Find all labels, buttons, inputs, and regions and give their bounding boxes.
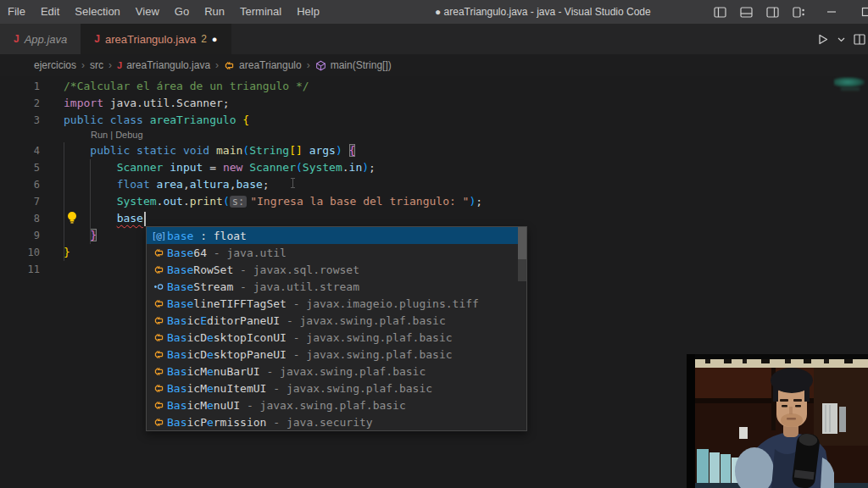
suggest-label: BaselineTIFFTagSet bbox=[167, 297, 287, 310]
code-line-8[interactable]: 8 base bbox=[0, 210, 868, 227]
code-line-2[interactable]: 2import java.util.Scanner; bbox=[0, 95, 868, 112]
layout-panel-icon[interactable] bbox=[739, 5, 753, 19]
line-number[interactable]: 7 bbox=[0, 193, 40, 210]
line-content[interactable]: public class areaTriangulo { bbox=[64, 112, 249, 129]
suggest-item[interactable]: BasicPermission - java.security bbox=[147, 413, 526, 430]
suggest-item[interactable]: [@]base : float bbox=[147, 227, 526, 244]
line-number[interactable]: 2 bbox=[0, 95, 40, 112]
code-token: . bbox=[183, 195, 190, 208]
code-token: ( bbox=[296, 161, 303, 174]
line-number[interactable]: 6 bbox=[0, 176, 40, 193]
suggest-widget: [@]base : floatBase64 - java.utilBaseRow… bbox=[146, 226, 527, 431]
class-symbol-icon bbox=[150, 417, 167, 428]
title-bar: FileEditSelectionViewGoRunTerminalHelp ●… bbox=[0, 0, 868, 24]
menu-terminal[interactable]: Terminal bbox=[232, 0, 289, 24]
problems-badge: 2 bbox=[201, 33, 207, 45]
breadcrumb-item-src[interactable]: src bbox=[90, 59, 103, 71]
class-symbol-icon bbox=[150, 383, 167, 394]
tab-areatriangulo-java[interactable]: J areaTriangulo.java 2 ● bbox=[81, 24, 231, 54]
code-token: } bbox=[64, 246, 70, 258]
line-content[interactable]: import java.util.Scanner; bbox=[64, 95, 230, 112]
layout-sidebar-right-icon[interactable] bbox=[765, 5, 779, 19]
line-number[interactable]: 3 bbox=[0, 112, 40, 129]
suggest-label: BasicEditorPaneUI bbox=[167, 314, 280, 327]
line-content[interactable]: } bbox=[64, 244, 70, 261]
code-token bbox=[242, 161, 249, 174]
line-content[interactable]: /*Calcular el área de un triangulo */ bbox=[64, 78, 309, 95]
line-content[interactable]: public static void main(String[] args) { bbox=[64, 142, 355, 159]
line-number[interactable]: 8 bbox=[0, 210, 40, 227]
line-number[interactable]: 10 bbox=[0, 244, 40, 261]
code-line-1[interactable]: 1/*Calcular el área de un triangulo */ bbox=[0, 78, 868, 95]
code-token bbox=[303, 144, 309, 157]
run-button[interactable] bbox=[815, 32, 829, 46]
restore-icon[interactable] bbox=[860, 5, 868, 19]
customize-layout-icon[interactable] bbox=[792, 5, 805, 19]
minimap[interactable] bbox=[834, 77, 865, 87]
suggest-item[interactable]: BasicMenuItemUI - javax.swing.plaf.basic bbox=[147, 380, 526, 396]
menu-edit[interactable]: Edit bbox=[33, 0, 67, 24]
variable-symbol-icon: [@] bbox=[150, 230, 167, 241]
suggest-item[interactable]: BasicDesktopIconUI - javax.swing.plaf.ba… bbox=[147, 329, 526, 346]
code-token: args bbox=[309, 144, 336, 157]
breadcrumb-item-areatriangulo[interactable]: areaTriangulo bbox=[224, 59, 302, 71]
lightbulb-icon[interactable] bbox=[66, 211, 78, 227]
suggest-item[interactable]: BaseRowSet - javax.sql.rowset bbox=[147, 261, 526, 278]
breadcrumb-item-areatriangulo-java[interactable]: JareaTriangulo.java bbox=[117, 59, 210, 71]
code-token bbox=[64, 144, 90, 157]
line-content[interactable]: float area,altura,base; bbox=[64, 176, 270, 193]
suggest-item[interactable]: BasicMenuUI - javax.swing.plaf.basic bbox=[147, 396, 526, 413]
breadcrumb-item-ejercicios[interactable]: ejercicios bbox=[34, 59, 76, 71]
line-number[interactable]: 11 bbox=[0, 261, 40, 278]
menu-go[interactable]: Go bbox=[167, 0, 197, 24]
menu-file[interactable]: File bbox=[0, 0, 33, 24]
code-line-4[interactable]: 4 public static void main(String[] args)… bbox=[0, 142, 868, 159]
code-line-6[interactable]: 6 float area,altura,base; bbox=[0, 176, 868, 193]
split-editor-icon[interactable] bbox=[853, 32, 866, 46]
suggest-scrollbar[interactable] bbox=[518, 227, 526, 259]
suggest-item[interactable]: BaselineTIFFTagSet - javax.imageio.plugi… bbox=[147, 295, 526, 312]
line-content[interactable]: System.out.print(s:"Ingresa la base del … bbox=[64, 193, 482, 210]
suggest-label: BasicMenuUI bbox=[167, 399, 240, 412]
line-content[interactable]: Scanner input = new Scanner(System.in); bbox=[64, 159, 376, 176]
suggest-item[interactable]: Base64 - java.util bbox=[147, 244, 526, 261]
breadcrumb-item-main-string-[interactable]: main(String[]) bbox=[315, 59, 392, 71]
menu-view[interactable]: View bbox=[128, 0, 167, 24]
breadcrumb-label: areaTriangulo.java bbox=[126, 59, 210, 71]
codelens-run-debug[interactable]: Run | Debug bbox=[0, 129, 868, 142]
line-number[interactable]: 1 bbox=[0, 78, 40, 95]
suggest-item[interactable]: BasicDesktopPaneUI - javax.swing.plaf.ba… bbox=[147, 346, 526, 363]
minimize-icon[interactable] bbox=[825, 5, 838, 19]
vscode-window: FileEditSelectionViewGoRunTerminalHelp ●… bbox=[0, 0, 868, 488]
menu-selection[interactable]: Selection bbox=[67, 0, 127, 24]
breadcrumb-label: ejercicios bbox=[34, 59, 76, 71]
line-number[interactable]: 5 bbox=[0, 159, 40, 176]
run-dropdown-chevron-icon[interactable] bbox=[837, 32, 845, 46]
code-token: s: bbox=[230, 196, 247, 208]
breadcrumb-separator-icon: › bbox=[307, 59, 310, 71]
suggest-detail: - javax.swing.plaf.basic bbox=[287, 331, 453, 344]
suggest-item[interactable]: BasicMenuBarUI - javax.swing.plaf.basic bbox=[147, 363, 526, 380]
tab-label: App.java bbox=[25, 33, 68, 46]
line-content[interactable]: } bbox=[64, 227, 97, 244]
line-number[interactable]: 9 bbox=[0, 227, 40, 244]
code-line-7[interactable]: 7 System.out.print(s:"Ingresa la base de… bbox=[0, 193, 868, 210]
code-line-3[interactable]: 3public class areaTriangulo { bbox=[0, 112, 868, 129]
code-token: float bbox=[117, 178, 150, 191]
line-number[interactable]: 4 bbox=[0, 142, 40, 159]
unsaved-dot-icon[interactable]: ● bbox=[212, 24, 218, 54]
suggest-item[interactable]: BasicEditorPaneUI - javax.swing.plaf.bas… bbox=[147, 312, 526, 329]
code-token: java.util.Scanner; bbox=[103, 97, 230, 109]
layout-sidebar-left-icon[interactable] bbox=[713, 5, 726, 19]
code-token: , bbox=[230, 178, 236, 191]
tab-app-java[interactable]: J App.java bbox=[0, 24, 81, 54]
breadcrumb-separator-icon: › bbox=[81, 59, 85, 71]
menu-help[interactable]: Help bbox=[289, 0, 327, 24]
menu-run[interactable]: Run bbox=[197, 0, 232, 24]
breadcrumb-label: areaTriangulo bbox=[239, 59, 302, 71]
code-token: [] bbox=[289, 144, 303, 157]
code-token: areaTriangulo bbox=[150, 114, 236, 126]
suggest-item[interactable]: BaseStream - java.util.stream bbox=[147, 278, 526, 295]
code-line-5[interactable]: 5 Scanner input = new Scanner(System.in)… bbox=[0, 159, 868, 176]
menu-bar: FileEditSelectionViewGoRunTerminalHelp bbox=[0, 0, 327, 24]
